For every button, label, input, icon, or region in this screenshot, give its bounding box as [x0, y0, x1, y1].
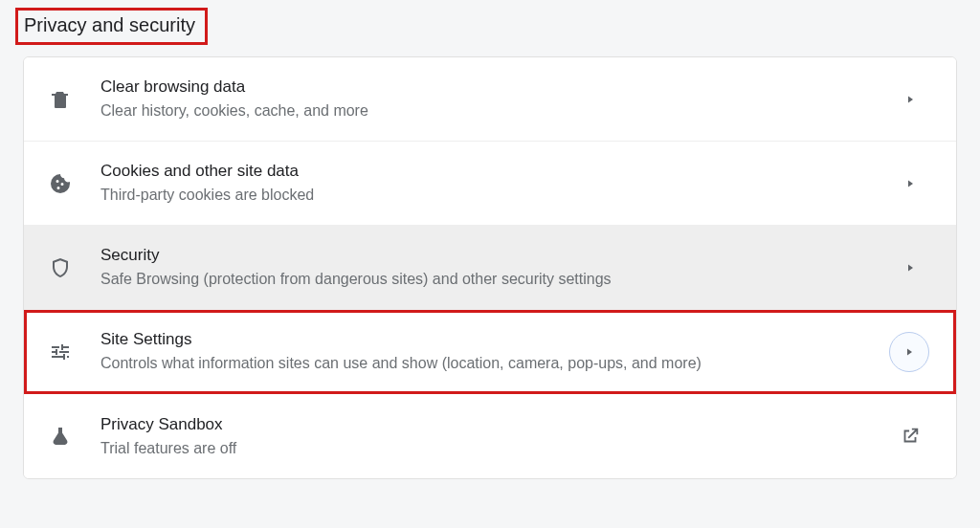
shield-icon — [47, 254, 74, 281]
row-desc: Safe Browsing (protection from dangerous… — [100, 269, 891, 290]
flask-icon — [47, 423, 74, 450]
open-external-icon — [891, 417, 929, 455]
section-title: Privacy and security — [24, 14, 195, 35]
row-privacy-sandbox[interactable]: Privacy Sandbox Trial features are off — [24, 394, 956, 478]
row-cookies[interactable]: Cookies and other site data Third-party … — [24, 142, 956, 226]
row-text: Site Settings Controls what information … — [100, 328, 889, 374]
chevron-right-icon — [889, 332, 929, 372]
row-clear-browsing-data[interactable]: Clear browsing data Clear history, cooki… — [24, 57, 956, 142]
section-title-highlight: Privacy and security — [15, 8, 208, 45]
row-title: Site Settings — [100, 328, 889, 351]
privacy-security-page: Privacy and security Clear browsing data… — [0, 0, 980, 498]
row-desc: Third-party cookies are blocked — [100, 185, 891, 206]
sliders-icon — [47, 339, 74, 365]
row-text: Cookies and other site data Third-party … — [100, 160, 891, 206]
row-title: Security — [100, 244, 891, 267]
row-desc: Controls what information sites can use … — [100, 353, 889, 374]
cookie-icon — [47, 170, 74, 197]
chevron-right-icon — [891, 80, 929, 119]
row-title: Cookies and other site data — [100, 160, 891, 183]
row-title: Clear browsing data — [100, 76, 891, 99]
row-site-settings[interactable]: Site Settings Controls what information … — [24, 310, 956, 394]
chevron-right-icon — [891, 165, 929, 203]
settings-card: Clear browsing data Clear history, cooki… — [23, 56, 957, 479]
row-text: Clear browsing data Clear history, cooki… — [100, 76, 891, 121]
row-desc: Trial features are off — [100, 438, 891, 459]
chevron-right-icon — [891, 249, 929, 287]
trash-icon — [47, 86, 74, 113]
row-title: Privacy Sandbox — [100, 413, 891, 436]
row-security[interactable]: Security Safe Browsing (protection from … — [24, 226, 956, 310]
row-text: Security Safe Browsing (protection from … — [100, 244, 891, 290]
row-text: Privacy Sandbox Trial features are off — [100, 413, 891, 459]
row-desc: Clear history, cookies, cache, and more — [100, 100, 891, 121]
